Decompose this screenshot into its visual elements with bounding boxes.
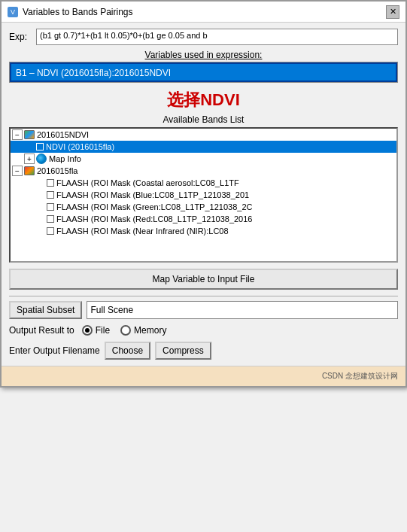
- output-result-label: Output Result to: [9, 325, 74, 336]
- checkbox-5[interactable]: [47, 191, 54, 199]
- tree-label-6: FLAASH (ROI Mask (Green:LC08_L1TP_121038…: [56, 202, 252, 211]
- expand-icon-5: [35, 190, 45, 200]
- radio-group: File Memory: [82, 325, 167, 336]
- close-button[interactable]: ✕: [386, 5, 399, 19]
- tree-node-flaash-red[interactable]: FLAASH (ROI Mask (Red:LC08_L1TP_121038_2…: [11, 213, 396, 225]
- globe-icon-2: [36, 154, 47, 164]
- checkbox-8[interactable]: [47, 227, 54, 235]
- raster-icon-0: [24, 130, 35, 139]
- tree-node-flaash-coastal[interactable]: FLAASH (ROI Mask (Coastal aerosol:LC08_L…: [11, 177, 396, 189]
- tree-node-mapinfo[interactable]: + Map Info: [11, 153, 396, 165]
- checkbox-4[interactable]: [47, 179, 54, 187]
- bands-tree-inner: − 2016015NDVI NDVI (2016015fla) + Map In…: [11, 129, 396, 237]
- watermark-text: CSDN 念想建筑设计网: [322, 372, 398, 380]
- radio-memory-label: Memory: [134, 325, 166, 336]
- variables-section-label: Variables used in expression:: [9, 50, 398, 60]
- bands-tree[interactable]: − 2016015NDVI NDVI (2016015fla) + Map In…: [9, 127, 398, 263]
- exp-label: Exp:: [9, 32, 33, 42]
- radio-file-circle[interactable]: [82, 325, 93, 336]
- raster-icon-3: [24, 166, 35, 175]
- exp-row: Exp: (b1 gt 0.7)*1+(b1 lt 0.05)*0+(b1 ge…: [9, 29, 398, 45]
- tree-node-flaash-green[interactable]: FLAASH (ROI Mask (Green:LC08_L1TP_121038…: [11, 201, 396, 213]
- tree-node-2016015ndvi[interactable]: − 2016015NDVI: [11, 129, 396, 141]
- spatial-subset-input[interactable]: [87, 301, 398, 319]
- expand-icon-2[interactable]: +: [24, 154, 35, 164]
- expand-icon-4: [35, 178, 45, 188]
- tree-label-0: 2016015NDVI: [37, 130, 89, 139]
- tree-label-3: 2016015fla: [37, 166, 77, 175]
- select-ndvi-label: 选择NDVI: [9, 89, 398, 111]
- expand-icon-6: [35, 202, 45, 212]
- exp-input[interactable]: (b1 gt 0.7)*1+(b1 lt 0.05)*0+(b1 ge 0.05…: [36, 29, 398, 45]
- tree-label-8: FLAASH (ROI Mask (Near Infrared (NIR):LC…: [56, 226, 229, 236]
- tree-node-flaash-nir[interactable]: FLAASH (ROI Mask (Near Infrared (NIR):LC…: [11, 225, 396, 237]
- title-bar: V Variables to Bands Pairings ✕: [2, 2, 405, 23]
- output-row: Output Result to File Memory: [9, 325, 398, 336]
- checkbox-6[interactable]: [47, 203, 54, 211]
- expand-icon-3[interactable]: −: [12, 166, 23, 176]
- main-window: V Variables to Bands Pairings ✕ Exp: (b1…: [0, 0, 407, 388]
- tree-node-2016015fla[interactable]: − 2016015fla: [11, 165, 396, 177]
- bottom-area: CSDN 念想建筑设计网: [2, 366, 405, 386]
- expand-icon-7: [35, 214, 45, 224]
- radio-file-label: File: [96, 325, 110, 336]
- radio-file[interactable]: File: [82, 325, 110, 336]
- tree-label-4: FLAASH (ROI Mask (Coastal aerosol:LC08_L…: [56, 178, 239, 187]
- expand-icon-8: [35, 226, 45, 236]
- compress-button[interactable]: Compress: [155, 342, 211, 360]
- tree-node-flaash-blue[interactable]: FLAASH (ROI Mask (Blue:LC08_L1TP_121038_…: [11, 189, 396, 201]
- title-bar-left: V Variables to Bands Pairings: [8, 7, 133, 17]
- checkbox-1[interactable]: [36, 143, 44, 150]
- filename-label: Enter Output Filename: [9, 345, 100, 356]
- filename-row: Enter Output Filename Choose Compress: [9, 342, 398, 360]
- content-area: Exp: (b1 gt 0.7)*1+(b1 lt 0.05)*0+(b1 ge…: [2, 23, 405, 366]
- choose-button[interactable]: Choose: [105, 342, 150, 360]
- window-title: Variables to Bands Pairings: [23, 7, 133, 17]
- spatial-row: Spatial Subset: [9, 301, 398, 319]
- expand-icon-1: [24, 141, 35, 152]
- variable-selected-item[interactable]: B1 – NDVI (2016015fla):2016015NDVI: [10, 62, 397, 82]
- divider-1: [9, 296, 398, 296]
- expand-icon-0[interactable]: −: [12, 129, 23, 140]
- radio-memory-circle[interactable]: [120, 325, 131, 336]
- spatial-subset-button[interactable]: Spatial Subset: [9, 301, 82, 319]
- variables-list[interactable]: B1 – NDVI (2016015fla):2016015NDVI: [9, 62, 398, 83]
- available-bands-label: Available Bands List: [9, 114, 398, 125]
- tree-label-5: FLAASH (ROI Mask (Blue:LC08_L1TP_121038_…: [56, 190, 249, 199]
- tree-node-ndvi[interactable]: NDVI (2016015fla): [11, 141, 396, 153]
- window-icon: V: [8, 7, 18, 17]
- radio-memory[interactable]: Memory: [120, 325, 166, 336]
- tree-label-2: Map Info: [49, 154, 81, 163]
- checkbox-7[interactable]: [47, 215, 54, 223]
- tree-label-7: FLAASH (ROI Mask (Red:LC08_L1TP_121038_2…: [56, 214, 252, 223]
- map-variable-button[interactable]: Map Variable to Input File: [9, 269, 398, 290]
- tree-label-1: NDVI (2016015fla): [46, 142, 114, 151]
